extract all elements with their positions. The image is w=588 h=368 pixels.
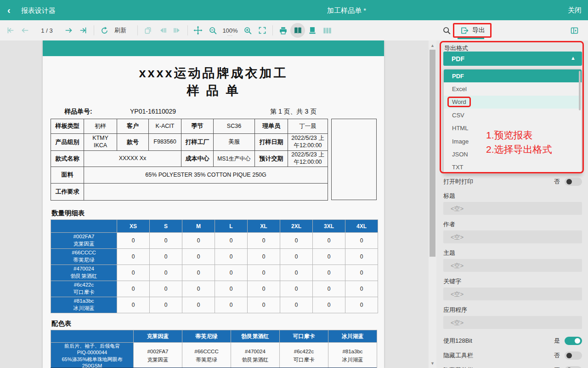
field-input[interactable]	[443, 259, 582, 272]
first-page-icon[interactable]	[3, 23, 17, 38]
quantity-table-title: 数量明细表	[51, 209, 85, 218]
book-view-icon[interactable]	[290, 23, 305, 38]
ctab-cell: #470024勃艮第酒红	[231, 343, 280, 368]
qty-cell: 0	[215, 297, 248, 313]
export-format-select[interactable]: PDF ▲	[443, 52, 582, 66]
size-header: XL	[248, 220, 280, 233]
toggle-switch[interactable]	[565, 337, 582, 345]
print-on-open-toggle[interactable]	[565, 178, 582, 186]
field-label: 作者	[443, 220, 582, 229]
page-indicator: 1 / 3	[32, 27, 62, 34]
print-icon[interactable]	[276, 23, 290, 38]
qty-cell: 0	[117, 265, 150, 281]
scrollbar-thumb[interactable]	[430, 50, 435, 257]
size-header: 4XL	[345, 220, 378, 233]
toggle-switch[interactable]	[565, 366, 582, 368]
qty-cell: 0	[150, 265, 182, 281]
ctab-cell: #002FA7克莱因蓝	[134, 343, 182, 368]
color-matching-table: 克莱因蓝蒂芙尼绿勃艮第酒红可口摩卡冰川湖蓝前后片、袖子、后领龟背PIQ-0000…	[51, 330, 377, 368]
field-input[interactable]	[443, 288, 582, 300]
qty-cell: 0	[280, 249, 313, 265]
info-side-box	[331, 119, 377, 200]
qty-cell: 0	[182, 233, 215, 249]
qty-cell: 0	[313, 233, 345, 249]
scroll-up-icon[interactable]: ▲	[429, 41, 436, 49]
export-label: 导出	[472, 26, 485, 34]
color-name-header: 勃艮第酒红	[231, 330, 280, 343]
qty-row: #002FA7克莱因蓝00000000	[51, 233, 378, 249]
back-icon[interactable]: ‹	[7, 4, 11, 16]
qty-cell: 0	[280, 233, 313, 249]
next-page-icon[interactable]	[62, 23, 76, 38]
zoom-in-icon[interactable]	[240, 23, 255, 38]
qty-cell: 0	[182, 249, 215, 265]
export-option-pdf[interactable]: PDF	[444, 69, 582, 82]
dropdown-scrollbar[interactable]	[579, 71, 581, 110]
toggle-value: 是	[554, 337, 560, 345]
refresh-icon[interactable]	[97, 23, 112, 38]
export-option-txt[interactable]: TXT	[444, 161, 582, 174]
qty-cell: 0	[150, 233, 182, 249]
app-header: ‹ 报表设计器 加工样品单 * 关闭	[0, 0, 588, 20]
single-page-icon[interactable]	[305, 23, 320, 38]
refresh-label[interactable]: 刷新	[112, 26, 129, 34]
qty-cell: 0	[182, 297, 215, 313]
qty-cell: 0	[215, 249, 248, 265]
order-number-label: 样品单号:	[64, 108, 92, 116]
close-button[interactable]: 关闭	[568, 6, 582, 15]
qty-cell: 0	[150, 281, 182, 297]
ctab-row: 前后片、袖子、后领龟背PIQ-000004465%涤35%棉单珠地网眼布250G…	[51, 343, 377, 368]
last-page-icon[interactable]	[76, 23, 91, 38]
qty-cell: 0	[117, 233, 150, 249]
field-input[interactable]	[443, 230, 582, 243]
order-number-value: YP01-16110029	[130, 108, 176, 115]
step-forward-icon[interactable]	[170, 23, 185, 38]
qty-cell: 0	[182, 265, 215, 281]
field-input[interactable]	[443, 316, 582, 329]
multi-page-icon[interactable]	[320, 23, 334, 38]
toggle-value: 否	[554, 366, 560, 368]
qty-cell: 0	[150, 249, 182, 265]
export-option-word[interactable]: Word	[444, 96, 582, 109]
preview-scrollbar[interactable]: ▲ ▼	[429, 40, 436, 368]
report-preview-area[interactable]: xxxx运动品牌成衣加工 样 品 单 样品单号: YP01-16110029 第…	[0, 40, 429, 368]
zoom-out-icon[interactable]	[205, 23, 220, 38]
scroll-down-icon[interactable]: ▼	[429, 359, 436, 367]
fullscreen-icon[interactable]	[255, 23, 270, 38]
field-input[interactable]	[443, 202, 582, 215]
panel-toggle-icon[interactable]	[567, 23, 582, 38]
search-icon[interactable]	[439, 23, 454, 38]
color-row-label: #6c422c可口摩卡	[51, 281, 117, 297]
export-active-indicator	[458, 38, 484, 39]
toggle-value: 否	[554, 351, 560, 360]
export-option-csv[interactable]: CSV	[444, 109, 582, 121]
duplicate-page-icon[interactable]	[141, 23, 155, 38]
qty-cell: 0	[248, 265, 280, 281]
field-label: 应用程序	[443, 306, 582, 314]
qty-cell: 0	[117, 249, 150, 265]
quantity-table: XSSMLXL2XL3XL4XL#002FA7克莱因蓝00000000#66CC…	[51, 219, 378, 313]
qty-row: #470024勃艮第酒红00000000	[51, 265, 378, 281]
annotation-box-word: Word	[447, 97, 471, 107]
qty-cell: 0	[215, 265, 248, 281]
page-count-info: 第 1 页、共 3 页	[270, 108, 317, 116]
size-header: L	[215, 220, 248, 233]
color-row-label: #470024勃艮第酒红	[51, 265, 117, 281]
size-header: XS	[117, 220, 150, 233]
prev-page-icon[interactable]	[17, 23, 32, 38]
qty-cell: 0	[182, 281, 215, 297]
pan-icon[interactable]	[191, 23, 205, 38]
export-icon	[460, 26, 469, 35]
ctab-cell: #6c422c可口摩卡	[280, 343, 328, 368]
export-button[interactable]: 导出	[456, 23, 490, 38]
selected-format: PDF	[452, 55, 464, 63]
step-backward-icon[interactable]	[155, 23, 170, 38]
export-format-dropdown: PDFExcelWordCSVHTMLImageJSONTXT	[443, 69, 582, 174]
qty-cell: 0	[345, 281, 378, 297]
preview-toolbar: 1 / 3 刷新 100%	[0, 20, 588, 40]
qty-cell: 0	[313, 249, 345, 265]
zoom-level-dropdown[interactable]: 100%	[220, 27, 240, 34]
export-option-excel[interactable]: Excel	[444, 82, 582, 95]
toggle-switch[interactable]	[565, 351, 582, 360]
qty-cell: 0	[345, 249, 378, 265]
